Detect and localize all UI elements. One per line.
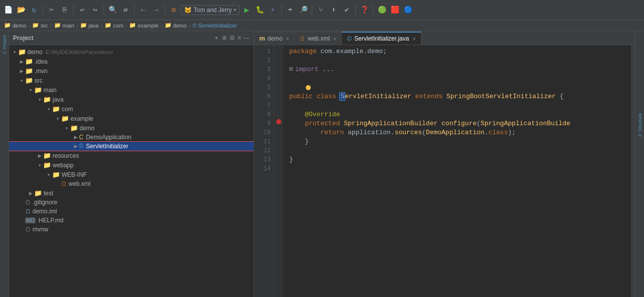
tree-arrow-mvn[interactable]: ▶: [18, 69, 25, 74]
tree-item-test[interactable]: ▶ 📁 test: [9, 188, 254, 198]
tree-arrow-webapp[interactable]: ▾: [36, 163, 43, 168]
debug-btn[interactable]: 🐛: [254, 4, 266, 16]
build-btn[interactable]: ⚙: [168, 4, 180, 16]
folder-icon-test: 📁: [34, 189, 42, 197]
coverage-btn[interactable]: ☂: [284, 4, 296, 16]
run-btn[interactable]: ▶: [241, 4, 253, 16]
search-btn[interactable]: 🔍: [107, 4, 119, 16]
sync-btn[interactable]: ↻: [28, 4, 40, 16]
project-arrow[interactable]: ▾: [215, 35, 218, 41]
sep2: [73, 5, 74, 15]
vertical-scrollbar[interactable]: [631, 45, 635, 297]
redo-btn[interactable]: ↪: [89, 4, 101, 16]
tree-arrow-demoapplication[interactable]: ▶: [72, 135, 79, 140]
breadcrumb-example[interactable]: 📁 example: [129, 22, 159, 29]
tree-arrow-example[interactable]: ▾: [54, 116, 61, 121]
tree-label-demoapplication: DemoApplication: [86, 134, 132, 141]
plugin3-btn[interactable]: 🔵: [402, 4, 414, 16]
servlet-icon: ©: [193, 23, 197, 29]
gitignore-icon: 🗋: [25, 199, 31, 206]
breadcrumb-com[interactable]: 📁 com: [105, 22, 124, 29]
locate-icon[interactable]: ⊕: [222, 34, 227, 42]
main-area: 1: Project Project ▾ ⊕ ⚙ ≡ — ▾ 📁 demo E:…: [0, 31, 644, 297]
editor-content: 1 2 3 4 5 6 7 8 9 10 11 12 13 14: [254, 45, 635, 297]
tree-arrow-main[interactable]: ▾: [27, 88, 34, 93]
breadcrumb-src[interactable]: 📁 src: [32, 22, 48, 29]
tree-item-webapp[interactable]: ▾ 📁 webapp: [9, 160, 254, 170]
tree-arrow-webinf[interactable]: ▾: [45, 172, 52, 177]
breadcrumb-main[interactable]: 📁 main: [54, 22, 75, 29]
tree-item-webinf[interactable]: ▾ 📁 WEB-INF: [9, 170, 254, 179]
new-file-btn[interactable]: 📄: [2, 4, 14, 16]
breadcrumb-demo2[interactable]: 📁 demo: [165, 22, 187, 29]
tree-label-demoiml: demo.iml: [33, 208, 57, 215]
profile-btn[interactable]: ⚡: [267, 4, 279, 16]
expand-icon[interactable]: ≡: [237, 34, 241, 42]
tree-item-mvnw[interactable]: ▶ 🗋 mvnw: [9, 225, 254, 234]
update-btn[interactable]: ⬇: [328, 4, 340, 16]
minimize-icon[interactable]: —: [243, 34, 250, 42]
tree-arrow-servlet[interactable]: ▶: [72, 144, 79, 149]
tree-arrow-demo[interactable]: ▾: [11, 50, 18, 55]
tree-item-src[interactable]: ▾ 📁 src: [9, 76, 254, 85]
tree-arrow-src[interactable]: ▾: [18, 78, 25, 83]
undo-btn[interactable]: ↩: [76, 4, 88, 16]
fwd-btn[interactable]: →: [150, 4, 162, 16]
tree-item-com[interactable]: ▾ 📁 com: [9, 104, 254, 114]
breadcrumb-demo[interactable]: 📁 demo: [4, 22, 27, 29]
open-btn[interactable]: 📂: [15, 4, 27, 16]
run-config[interactable]: 🐱 Tom and Jerry ▾: [181, 5, 240, 15]
tree-item-servletinitializer[interactable]: ▶ © ServletInitializer: [9, 142, 254, 151]
breadcrumb-java[interactable]: 📁 java: [80, 22, 99, 29]
folder-icon-webapp: 📁: [43, 161, 51, 169]
tree-item-webxml[interactable]: ▶ 🗋 web.xml: [9, 179, 254, 188]
tab-demo[interactable]: m demo ×: [254, 32, 295, 45]
tab-webxml[interactable]: 🗋 web.xml ×: [295, 32, 342, 45]
tree-item-demoiml[interactable]: ▶ 🗋 demo.iml: [9, 207, 254, 216]
vcs-btn[interactable]: ⑂: [315, 4, 327, 16]
breakpoint-line9[interactable]: [274, 117, 283, 126]
commit-btn[interactable]: ✔: [341, 4, 353, 16]
tree-label-idea: .idea: [35, 58, 48, 65]
plugin1-btn[interactable]: 🟢: [376, 4, 388, 16]
tree-label-com: com: [62, 106, 73, 113]
structure-vertical-tab[interactable]: Z: Structure: [636, 111, 643, 139]
tree-item-demo-root[interactable]: ▾ 📁 demo E:\MyIDEAWorkPace\demo: [9, 47, 254, 57]
inspect-btn[interactable]: 🔎: [297, 4, 309, 16]
tree-arrow-test[interactable]: ▶: [27, 191, 34, 196]
back-btn[interactable]: ←: [137, 4, 149, 16]
tree-item-main[interactable]: ▾ 📁 main: [9, 85, 254, 95]
replace-btn[interactable]: ⇄: [120, 4, 132, 16]
tree-item-demoapplication[interactable]: ▶ C DemoApplication: [9, 133, 254, 142]
tree-item-demo-pkg[interactable]: ▾ 📁 demo: [9, 123, 254, 133]
tree-item-example[interactable]: ▾ 📁 example: [9, 114, 254, 123]
tree-item-idea[interactable]: ▶ 📁 .idea: [9, 57, 254, 66]
tree-item-mvn[interactable]: ▶ 📁 .mvn: [9, 66, 254, 76]
cut-btn[interactable]: ✂: [46, 4, 58, 16]
sep3: [104, 5, 104, 15]
tree-item-helpmd[interactable]: ▶ MD HELP.md: [9, 216, 254, 225]
settings-cog-icon[interactable]: ⚙: [229, 34, 235, 42]
folder-icon-demo: 📁: [4, 22, 11, 29]
tab-close-demo[interactable]: ×: [286, 36, 289, 42]
code-editor[interactable]: package com.example.demo; ⊞import ... pu…: [283, 45, 631, 297]
folder-icon-demo-pkg: 📁: [70, 124, 78, 132]
project-vertical-tab[interactable]: 1: Project: [1, 33, 8, 56]
tree-arrow-idea[interactable]: ▶: [18, 59, 25, 64]
tab-close-servlet[interactable]: ×: [412, 36, 415, 42]
tree-item-resources[interactable]: ▶ 📁 resources: [9, 151, 254, 160]
tree-arrow-java[interactable]: ▾: [36, 97, 43, 102]
tree-arrow-demo-pkg[interactable]: ▾: [63, 126, 70, 131]
terminal-btn[interactable]: ❓: [358, 4, 370, 16]
tree-arrow-com[interactable]: ▾: [45, 107, 52, 112]
copy-btn[interactable]: ⎘: [59, 4, 71, 16]
code-line-6: public class ServletInitializer extends …: [289, 92, 625, 101]
tab-close-webxml[interactable]: ×: [333, 36, 336, 42]
tree-item-java[interactable]: ▾ 📁 java: [9, 95, 254, 104]
project-header: Project ▾ ⊕ ⚙ ≡ —: [9, 31, 254, 45]
tab-servletinitializer[interactable]: © ServletInitializer.java ×: [342, 32, 421, 45]
tree-arrow-resources[interactable]: ▶: [36, 153, 43, 158]
breadcrumb-servlet[interactable]: © ServletInitializer: [193, 23, 237, 29]
tree-item-gitignore[interactable]: ▶ 🗋 .gitignore: [9, 198, 254, 207]
plugin2-btn[interactable]: 🟥: [389, 4, 401, 16]
